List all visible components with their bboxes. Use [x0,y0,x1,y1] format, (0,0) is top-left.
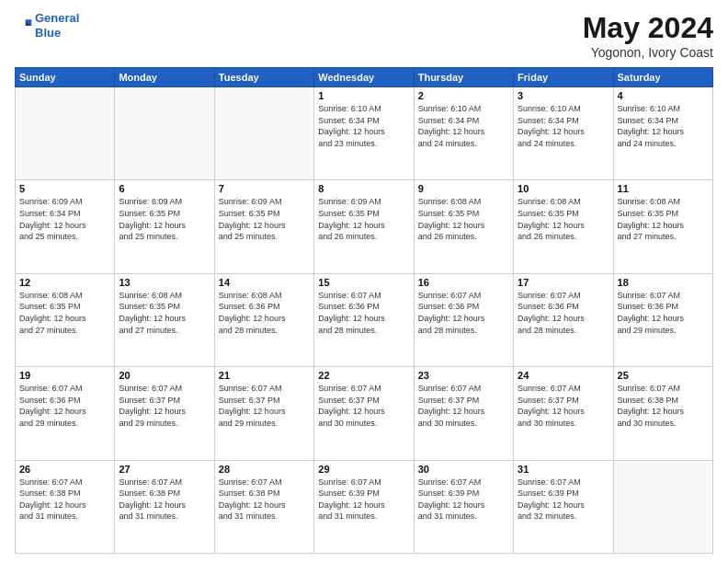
day-number: 14 [219,277,310,288]
page: General Blue May 2024 Yogonon, Ivory Coa… [0,0,728,563]
calendar-cell: 1Sunrise: 6:10 AMSunset: 6:34 PMDaylight… [314,87,414,180]
day-info: Sunrise: 6:07 AMSunset: 6:38 PMDaylight:… [618,383,709,429]
main-title: May 2024 [583,11,713,45]
day-number: 17 [518,277,609,288]
day-number: 1 [318,90,409,101]
calendar-cell: 2Sunrise: 6:10 AMSunset: 6:34 PMDaylight… [414,87,513,180]
calendar-cell: 19Sunrise: 6:07 AMSunset: 6:36 PMDayligh… [16,367,115,460]
calendar-cell: 31Sunrise: 6:07 AMSunset: 6:39 PMDayligh… [514,460,613,553]
day-info: Sunrise: 6:07 AMSunset: 6:36 PMDaylight:… [618,290,709,336]
subtitle: Yogonon, Ivory Coast [583,45,713,60]
day-info: Sunrise: 6:07 AMSunset: 6:38 PMDaylight:… [19,477,110,523]
calendar-cell: 9Sunrise: 6:08 AMSunset: 6:35 PMDaylight… [414,180,513,273]
day-info: Sunrise: 6:07 AMSunset: 6:37 PMDaylight:… [318,383,409,429]
calendar-cell: 28Sunrise: 6:07 AMSunset: 6:38 PMDayligh… [214,460,313,553]
calendar-cell: 20Sunrise: 6:07 AMSunset: 6:37 PMDayligh… [115,367,214,460]
calendar-cell: 17Sunrise: 6:07 AMSunset: 6:36 PMDayligh… [514,273,613,366]
weekday-header-saturday: Saturday [613,68,712,87]
day-info: Sunrise: 6:07 AMSunset: 6:36 PMDaylight:… [418,290,509,336]
day-info: Sunrise: 6:07 AMSunset: 6:36 PMDaylight:… [19,383,110,429]
logo: General Blue [15,11,79,40]
day-number: 8 [318,183,409,194]
calendar-cell: 3Sunrise: 6:10 AMSunset: 6:34 PMDaylight… [514,87,613,180]
calendar-week-2: 5Sunrise: 6:09 AMSunset: 6:34 PMDaylight… [16,180,713,273]
day-info: Sunrise: 6:09 AMSunset: 6:35 PMDaylight:… [219,196,310,242]
day-number: 9 [418,183,509,194]
calendar-week-5: 26Sunrise: 6:07 AMSunset: 6:38 PMDayligh… [16,460,713,553]
day-info: Sunrise: 6:07 AMSunset: 6:37 PMDaylight:… [518,383,609,429]
calendar-cell: 15Sunrise: 6:07 AMSunset: 6:36 PMDayligh… [314,273,414,366]
day-info: Sunrise: 6:09 AMSunset: 6:34 PMDaylight:… [19,196,110,242]
calendar-cell: 21Sunrise: 6:07 AMSunset: 6:37 PMDayligh… [214,367,313,460]
calendar-cell: 4Sunrise: 6:10 AMSunset: 6:34 PMDaylight… [613,87,712,180]
day-info: Sunrise: 6:07 AMSunset: 6:39 PMDaylight:… [518,477,609,523]
day-number: 10 [518,183,609,194]
day-number: 24 [518,370,609,381]
calendar-cell: 10Sunrise: 6:08 AMSunset: 6:35 PMDayligh… [514,180,613,273]
day-info: Sunrise: 6:10 AMSunset: 6:34 PMDaylight:… [418,103,509,149]
weekday-header-tuesday: Tuesday [214,68,313,87]
day-info: Sunrise: 6:08 AMSunset: 6:35 PMDaylight:… [618,196,709,242]
calendar-cell: 14Sunrise: 6:08 AMSunset: 6:36 PMDayligh… [214,273,313,366]
calendar-week-4: 19Sunrise: 6:07 AMSunset: 6:36 PMDayligh… [16,367,713,460]
day-number: 19 [19,370,110,381]
day-number: 4 [618,90,709,101]
day-number: 23 [418,370,509,381]
calendar-header: SundayMondayTuesdayWednesdayThursdayFrid… [16,68,713,87]
day-number: 31 [518,464,609,475]
calendar-cell: 6Sunrise: 6:09 AMSunset: 6:35 PMDaylight… [115,180,214,273]
day-number: 30 [418,464,509,475]
day-info: Sunrise: 6:10 AMSunset: 6:34 PMDaylight:… [318,103,409,149]
day-number: 11 [618,183,709,194]
calendar-cell: 13Sunrise: 6:08 AMSunset: 6:35 PMDayligh… [115,273,214,366]
day-info: Sunrise: 6:09 AMSunset: 6:35 PMDaylight:… [318,196,409,242]
day-number: 6 [119,183,210,194]
logo-icon [15,17,33,35]
calendar-cell: 12Sunrise: 6:08 AMSunset: 6:35 PMDayligh… [16,273,115,366]
day-info: Sunrise: 6:08 AMSunset: 6:35 PMDaylight:… [119,290,210,336]
calendar-week-3: 12Sunrise: 6:08 AMSunset: 6:35 PMDayligh… [16,273,713,366]
day-number: 29 [318,464,409,475]
day-info: Sunrise: 6:10 AMSunset: 6:34 PMDaylight:… [518,103,609,149]
calendar-cell: 11Sunrise: 6:08 AMSunset: 6:35 PMDayligh… [613,180,712,273]
calendar-cell: 24Sunrise: 6:07 AMSunset: 6:37 PMDayligh… [514,367,613,460]
day-number: 21 [219,370,310,381]
day-info: Sunrise: 6:08 AMSunset: 6:36 PMDaylight:… [219,290,310,336]
day-number: 15 [318,277,409,288]
day-info: Sunrise: 6:10 AMSunset: 6:34 PMDaylight:… [618,103,709,149]
calendar-cell: 29Sunrise: 6:07 AMSunset: 6:39 PMDayligh… [314,460,414,553]
calendar-cell: 18Sunrise: 6:07 AMSunset: 6:36 PMDayligh… [613,273,712,366]
day-info: Sunrise: 6:07 AMSunset: 6:37 PMDaylight:… [418,383,509,429]
day-number: 18 [618,277,709,288]
day-info: Sunrise: 6:07 AMSunset: 6:36 PMDaylight:… [318,290,409,336]
day-info: Sunrise: 6:07 AMSunset: 6:39 PMDaylight:… [418,477,509,523]
day-number: 2 [418,90,509,101]
day-number: 13 [119,277,210,288]
day-info: Sunrise: 6:07 AMSunset: 6:37 PMDaylight:… [119,383,210,429]
day-number: 26 [19,464,110,475]
calendar-cell: 8Sunrise: 6:09 AMSunset: 6:35 PMDaylight… [314,180,414,273]
weekday-header-sunday: Sunday [16,68,115,87]
day-info: Sunrise: 6:09 AMSunset: 6:35 PMDaylight:… [119,196,210,242]
calendar-cell [613,460,712,553]
calendar-cell: 16Sunrise: 6:07 AMSunset: 6:36 PMDayligh… [414,273,513,366]
header: General Blue May 2024 Yogonon, Ivory Coa… [15,11,713,60]
title-block: May 2024 Yogonon, Ivory Coast [583,11,713,60]
day-number: 5 [19,183,110,194]
day-info: Sunrise: 6:07 AMSunset: 6:37 PMDaylight:… [219,383,310,429]
logo-text: General Blue [35,11,79,40]
logo-line2: Blue [35,26,61,40]
day-number: 7 [219,183,310,194]
day-info: Sunrise: 6:07 AMSunset: 6:36 PMDaylight:… [518,290,609,336]
day-number: 25 [618,370,709,381]
calendar-cell: 27Sunrise: 6:07 AMSunset: 6:38 PMDayligh… [115,460,214,553]
day-info: Sunrise: 6:07 AMSunset: 6:38 PMDaylight:… [119,477,210,523]
day-number: 3 [518,90,609,101]
calendar-cell [214,87,313,180]
day-info: Sunrise: 6:08 AMSunset: 6:35 PMDaylight:… [518,196,609,242]
weekday-header-wednesday: Wednesday [314,68,414,87]
weekday-row: SundayMondayTuesdayWednesdayThursdayFrid… [16,68,713,87]
weekday-header-thursday: Thursday [414,68,513,87]
calendar-week-1: 1Sunrise: 6:10 AMSunset: 6:34 PMDaylight… [16,87,713,180]
day-number: 28 [219,464,310,475]
